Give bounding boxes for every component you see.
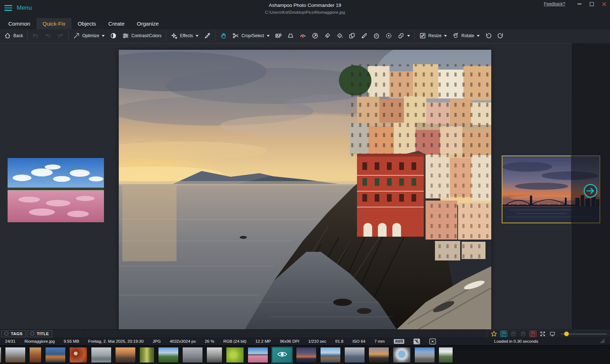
rotate-left-button[interactable] — [482, 31, 494, 41]
next-image-preview[interactable] — [502, 155, 600, 223]
chevron-down-icon — [196, 35, 199, 37]
contrast-icon — [110, 32, 117, 39]
view-fit-height-button[interactable] — [520, 331, 527, 337]
title-center: Ashampoo Photo Commander 19 C:\Users\Kst… — [0, 0, 610, 14]
view-fit-width-button[interactable] — [510, 331, 517, 337]
crop-select-button[interactable]: Crop/Select — [230, 31, 272, 41]
tags-toggle-button[interactable]: TAGS — [1, 330, 26, 337]
maximize-icon — [590, 2, 594, 6]
maximize-button[interactable] — [589, 1, 594, 6]
editor-canvas — [0, 43, 610, 329]
effects-button[interactable]: Effects — [168, 31, 201, 41]
scissors-icon — [232, 32, 239, 39]
eraser-button[interactable] — [321, 31, 334, 41]
view-fit-window-button[interactable] — [500, 331, 507, 337]
fullscreen-button[interactable] — [539, 331, 546, 337]
thumb-mountain-waterfall[interactable] — [115, 347, 136, 363]
previous-image-thumbnail[interactable] — [8, 158, 104, 222]
thumb-bridge-sunset[interactable] — [296, 347, 317, 363]
status-megapixels: 12.2 MP — [256, 339, 271, 343]
next-image-arrow-button[interactable] — [584, 184, 597, 198]
rotate-button[interactable]: Rotate — [449, 31, 482, 41]
minimize-icon — [578, 4, 581, 4]
status-flash-off — [413, 338, 420, 345]
sparkles-icon — [170, 32, 178, 39]
app-title: Ashampoo Photo Commander 19 — [0, 3, 610, 8]
perspective-button[interactable] — [284, 31, 297, 41]
home-icon — [4, 32, 11, 39]
back-button[interactable]: Back — [1, 31, 26, 41]
chevron-down-icon — [102, 35, 105, 37]
toolbar-separator — [166, 31, 166, 40]
thumb-church-reflection[interactable] — [344, 347, 365, 363]
resize-grip[interactable] — [600, 338, 605, 344]
ccw-icon — [485, 32, 492, 39]
thumb-harbor-houses[interactable] — [45, 347, 66, 363]
thumb-green-valley[interactable] — [158, 347, 179, 363]
file-path: C:\Users\Kst\Desktop\Pics\Riomaggiore.jp… — [0, 10, 610, 14]
resize-icon — [419, 32, 426, 39]
redo-button — [54, 31, 66, 41]
pan-tool-button[interactable] — [217, 31, 230, 41]
optimize-button[interactable]: Optimize — [70, 31, 107, 41]
thumb-dolomites[interactable] — [414, 347, 435, 363]
thumb-pink-lake[interactable] — [248, 347, 268, 363]
favorite-star-button[interactable] — [491, 331, 497, 337]
effect-brush-button[interactable] — [201, 31, 213, 41]
fill-tool-button[interactable] — [334, 31, 346, 41]
thumb-current-riomaggiore[interactable] — [272, 347, 292, 363]
minimize-button[interactable] — [577, 1, 582, 6]
status-bar: 24/31Riomaggiore.jpg9.55 MBFreitag, 2. M… — [0, 337, 610, 345]
thumb-autumn-city[interactable] — [29, 347, 42, 363]
tab-common[interactable]: Common — [2, 18, 36, 29]
tab-organize[interactable]: Organize — [131, 18, 165, 29]
slideshow-monitor-button[interactable] — [549, 331, 556, 337]
thumb-lily-pads[interactable] — [226, 347, 244, 363]
title-toggle-button[interactable]: TITLE — [27, 330, 52, 337]
thumb-bamboo[interactable] — [139, 347, 154, 363]
bandaid-icon — [397, 32, 405, 39]
tab-objects[interactable]: Objects — [71, 18, 102, 29]
chevron-down-icon — [407, 35, 410, 37]
clone-stamp-button[interactable] — [346, 31, 358, 41]
thumb-laundry-building[interactable] — [182, 347, 203, 363]
thumb-church-bw[interactable] — [206, 347, 222, 363]
feedback-link[interactable]: Feedback? — [544, 1, 565, 6]
pink-lake-art — [8, 158, 104, 222]
contrast-colors-button[interactable]: Contrast/Colors — [119, 31, 164, 41]
thumb-torii-gate[interactable] — [91, 347, 112, 363]
view-original-size-button[interactable] — [530, 331, 536, 337]
resize-button[interactable]: Resize — [417, 31, 450, 41]
rotate-right-button[interactable] — [494, 31, 507, 41]
auto-contrast-button[interactable] — [107, 31, 119, 41]
thumb-sunset-beach[interactable] — [369, 347, 389, 363]
thumb-cloud-village[interactable] — [5, 347, 26, 363]
smudge-tool-button[interactable] — [370, 31, 383, 41]
tab-create[interactable]: Create — [102, 18, 131, 29]
retouch-button[interactable] — [395, 31, 413, 41]
view-buttons-holder — [491, 331, 556, 337]
thumb-spiral-sky[interactable] — [393, 347, 411, 363]
scale-area-button[interactable] — [309, 31, 321, 41]
thumb-painted-plates[interactable] — [69, 347, 87, 363]
status-white-balance: AWB — [394, 339, 404, 344]
close-button[interactable] — [601, 1, 606, 6]
blur-tool-button[interactable] — [383, 31, 395, 41]
straighten-button[interactable] — [272, 31, 284, 41]
status-index: 24/31 — [5, 339, 16, 343]
toolbar-separator — [68, 31, 69, 40]
chevron-down-icon — [267, 35, 270, 37]
status-zoom-level: 26 % — [205, 339, 214, 343]
zoom-slider[interactable] — [561, 333, 607, 335]
redo-icon — [57, 32, 64, 39]
red-eye-button[interactable] — [297, 31, 309, 41]
thumb-alpine-lake-house[interactable] — [320, 347, 341, 363]
status-aperture: f/1.8 — [335, 339, 343, 343]
main-photo-riomaggiore[interactable] — [119, 50, 491, 329]
thumb-waterfall[interactable] — [439, 347, 453, 363]
draw-pen-button[interactable] — [358, 31, 370, 41]
zoom-slider-knob[interactable] — [564, 332, 569, 336]
status-shutter-speed: 1/210 sec — [308, 339, 326, 343]
tab-quick-fix[interactable]: Quick-Fix — [36, 18, 71, 29]
thumb-mountain-village-partial[interactable] — [0, 347, 1, 363]
